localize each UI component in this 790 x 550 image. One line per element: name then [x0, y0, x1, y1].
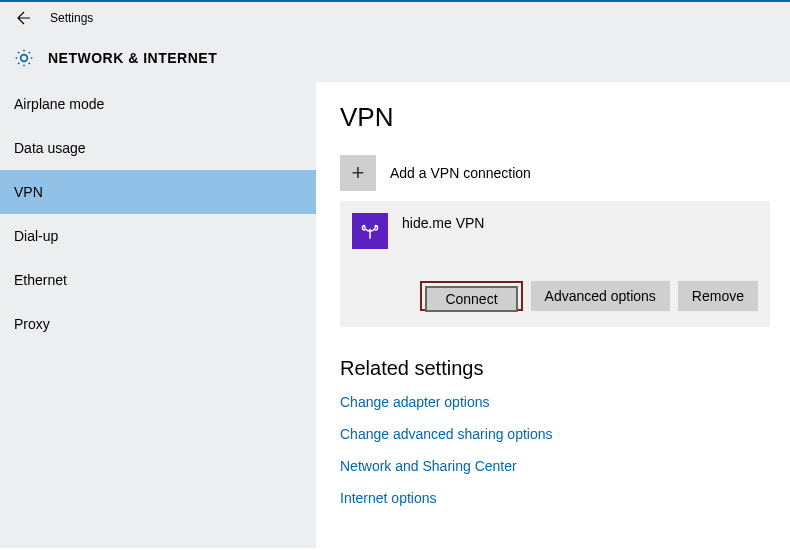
sidebar-item-label: Dial-up: [14, 228, 58, 244]
titlebar: Settings: [0, 2, 790, 34]
arrow-left-icon: [16, 10, 32, 26]
sidebar-item-label: Ethernet: [14, 272, 67, 288]
page-title: VPN: [340, 102, 778, 133]
remove-button[interactable]: Remove: [678, 281, 758, 311]
add-vpn-connection[interactable]: + Add a VPN connection: [340, 155, 778, 191]
connect-button-highlight: Connect: [420, 281, 522, 311]
vpn-entry-card: hide.me VPN Connect Advanced options Rem…: [340, 201, 770, 327]
vpn-provider-icon: [352, 213, 388, 249]
back-button[interactable]: [8, 2, 40, 34]
connect-button[interactable]: Connect: [425, 286, 517, 312]
sidebar-item-airplane-mode[interactable]: Airplane mode: [0, 82, 316, 126]
link-change-adapter-options[interactable]: Change adapter options: [340, 394, 778, 410]
gear-icon: [14, 48, 34, 68]
sidebar-item-vpn[interactable]: VPN: [0, 170, 316, 214]
section-title: NETWORK & INTERNET: [48, 50, 217, 66]
link-change-advanced-sharing[interactable]: Change advanced sharing options: [340, 426, 778, 442]
link-internet-options[interactable]: Internet options: [340, 490, 778, 506]
sidebar-item-ethernet[interactable]: Ethernet: [0, 258, 316, 302]
section-header: NETWORK & INTERNET: [0, 34, 790, 82]
link-network-sharing-center[interactable]: Network and Sharing Center: [340, 458, 778, 474]
plus-icon: +: [340, 155, 376, 191]
sidebar-item-label: Airplane mode: [14, 96, 104, 112]
sidebar-item-label: Proxy: [14, 316, 50, 332]
add-vpn-label: Add a VPN connection: [390, 165, 531, 181]
sidebar: Airplane mode Data usage VPN Dial-up Eth…: [0, 82, 316, 548]
vpn-entry-name: hide.me VPN: [402, 213, 484, 231]
related-settings-heading: Related settings: [340, 357, 778, 380]
advanced-options-button[interactable]: Advanced options: [531, 281, 670, 311]
vpn-entry-header[interactable]: hide.me VPN: [352, 213, 758, 249]
sidebar-item-proxy[interactable]: Proxy: [0, 302, 316, 346]
sidebar-item-dial-up[interactable]: Dial-up: [0, 214, 316, 258]
window-title: Settings: [50, 11, 93, 25]
main-panel: VPN + Add a VPN connection hide.me VPN C…: [316, 82, 790, 548]
sidebar-item-data-usage[interactable]: Data usage: [0, 126, 316, 170]
sidebar-item-label: VPN: [14, 184, 43, 200]
sidebar-item-label: Data usage: [14, 140, 86, 156]
vpn-actions: Connect Advanced options Remove: [352, 281, 758, 311]
content-area: Airplane mode Data usage VPN Dial-up Eth…: [0, 82, 790, 548]
